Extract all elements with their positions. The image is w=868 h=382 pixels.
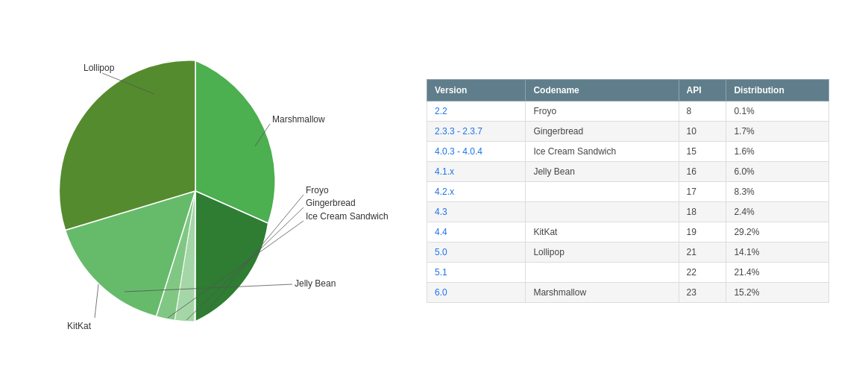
table-row: 5.0Lollipop2114.1% — [427, 242, 829, 263]
col-header-api: API — [679, 80, 726, 101]
cell-version: 5.0 — [427, 242, 526, 263]
col-header-version: Version — [427, 80, 526, 101]
cell-api: 15 — [679, 142, 726, 162]
cell-api: 18 — [679, 202, 726, 222]
cell-distribution: 1.7% — [726, 122, 829, 142]
table-row: 6.0Marshmallow2315.2% — [427, 283, 829, 303]
cell-distribution: 29.2% — [726, 222, 829, 242]
cell-api: 16 — [679, 162, 726, 182]
cell-api: 23 — [679, 283, 726, 303]
table-row: 4.4KitKat1929.2% — [427, 222, 829, 242]
cell-codename — [526, 263, 679, 283]
cell-codename: Jelly Bean — [526, 162, 679, 182]
table-row: 2.3.3 - 2.3.7Gingerbread101.7% — [427, 122, 829, 142]
cell-version: 4.1.x — [427, 162, 526, 182]
cell-distribution: 0.1% — [726, 101, 829, 122]
cell-api: 8 — [679, 101, 726, 122]
cell-codename: Lollipop — [526, 242, 679, 263]
pie-chart: Lollipop Marshmallow Froyo Gingerbread I… — [39, 19, 397, 363]
svg-text:Ice Cream Sandwich: Ice Cream Sandwich — [306, 211, 389, 222]
cell-distribution: 14.1% — [726, 242, 829, 263]
cell-codename: Ice Cream Sandwich — [526, 142, 679, 162]
cell-codename — [526, 202, 679, 222]
cell-api: 22 — [679, 263, 726, 283]
table-area: Version Codename API Distribution 2.2Fro… — [427, 79, 829, 303]
cell-version: 2.2 — [427, 101, 526, 122]
table-row: 4.2.x178.3% — [427, 182, 829, 202]
cell-codename: Froyo — [526, 101, 679, 122]
cell-api: 19 — [679, 222, 726, 242]
cell-codename: KitKat — [526, 222, 679, 242]
chart-area: Lollipop Marshmallow Froyo Gingerbread I… — [39, 19, 397, 363]
svg-text:Froyo: Froyo — [306, 185, 329, 195]
cell-version: 2.3.3 - 2.3.7 — [427, 122, 526, 142]
cell-api: 21 — [679, 242, 726, 263]
cell-distribution: 8.3% — [726, 182, 829, 202]
svg-text:Jelly Bean: Jelly Bean — [295, 278, 336, 289]
svg-text:Lollipop: Lollipop — [84, 63, 115, 73]
cell-version: 5.1 — [427, 263, 526, 283]
cell-codename: Marshmallow — [526, 283, 679, 303]
cell-distribution: 15.2% — [726, 283, 829, 303]
cell-codename: Gingerbread — [526, 122, 679, 142]
table-row: 5.12221.4% — [427, 263, 829, 283]
svg-text:Gingerbread: Gingerbread — [306, 198, 356, 208]
cell-api: 10 — [679, 122, 726, 142]
col-header-distribution: Distribution — [726, 80, 829, 101]
table-row: 2.2Froyo80.1% — [427, 101, 829, 122]
main-container: Lollipop Marshmallow Froyo Gingerbread I… — [24, 4, 844, 378]
cell-version: 4.2.x — [427, 182, 526, 202]
table-row: 4.0.3 - 4.0.4Ice Cream Sandwich151.6% — [427, 142, 829, 162]
cell-distribution: 21.4% — [726, 263, 829, 283]
cell-distribution: 6.0% — [726, 162, 829, 182]
svg-line-12 — [95, 284, 98, 318]
cell-version: 6.0 — [427, 283, 526, 303]
cell-version: 4.0.3 - 4.0.4 — [427, 142, 526, 162]
cell-codename — [526, 182, 679, 202]
svg-text:Marshmallow: Marshmallow — [272, 114, 325, 125]
col-header-codename: Codename — [526, 80, 679, 101]
svg-text:KitKat: KitKat — [67, 321, 92, 331]
cell-version: 4.4 — [427, 222, 526, 242]
distribution-table: Version Codename API Distribution 2.2Fro… — [427, 79, 829, 303]
table-row: 4.1.xJelly Bean166.0% — [427, 162, 829, 182]
cell-version: 4.3 — [427, 202, 526, 222]
cell-distribution: 2.4% — [726, 202, 829, 222]
table-row: 4.3182.4% — [427, 202, 829, 222]
cell-api: 17 — [679, 182, 726, 202]
cell-distribution: 1.6% — [726, 142, 829, 162]
